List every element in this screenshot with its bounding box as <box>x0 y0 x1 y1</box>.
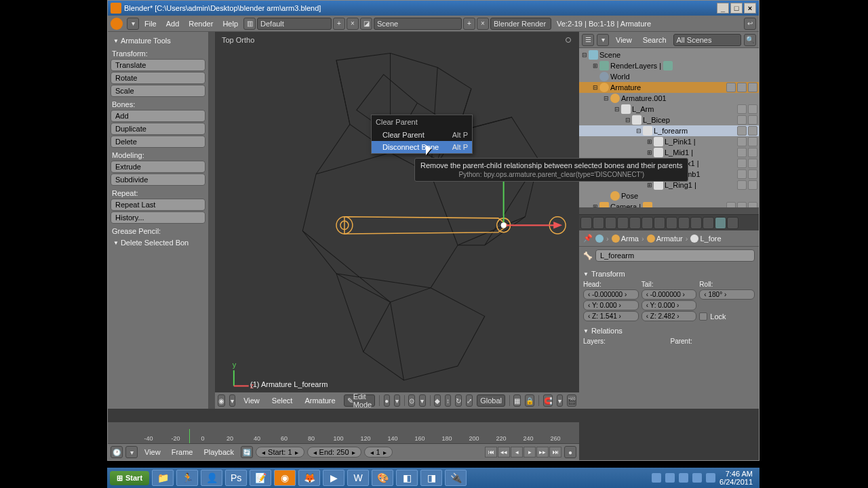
outliner-scene[interactable]: ⊟Scene <box>579 49 759 60</box>
visibility-icon[interactable] <box>726 83 736 92</box>
menu-render[interactable]: Render <box>184 18 217 29</box>
delete-selected-bone-header[interactable]: Delete Selected Bon <box>111 237 205 249</box>
task-media-icon[interactable]: ▶ <box>323 470 344 486</box>
extrude-button[interactable]: Extrude <box>111 161 205 173</box>
timeline-frame-menu[interactable]: Frame <box>167 447 197 458</box>
scene-del-icon[interactable]: × <box>477 18 489 30</box>
task-blender-icon[interactable]: ◉ <box>274 470 296 486</box>
next-keyframe-icon[interactable]: ▸▸ <box>536 447 549 458</box>
lock-camera-icon[interactable]: 🔒 <box>525 394 534 407</box>
outliner-armature001[interactable]: ⊟Armature.001 <box>579 93 759 104</box>
clock[interactable]: 7:46 AM 6/24/2011 <box>719 470 753 486</box>
back-to-previous-icon[interactable]: ↩ <box>744 18 756 30</box>
menu-disconnect-bone[interactable]: Disconnect BoneAlt P <box>372 141 472 153</box>
start-button[interactable]: ⊞Start <box>110 471 149 485</box>
snap-type-icon[interactable]: ▾ <box>557 394 563 407</box>
play-reverse-icon[interactable]: ◂ <box>511 447 523 458</box>
bone-name-field[interactable] <box>595 249 755 262</box>
start-frame-field[interactable]: ◂ Start: 1 ▸ <box>256 447 304 458</box>
task-notepad-icon[interactable]: 📝 <box>250 470 271 486</box>
repeat-last-button[interactable]: Repeat Last <box>111 199 205 211</box>
tab-constraints-icon[interactable] <box>629 217 641 229</box>
search-icon[interactable]: 🔍 <box>744 34 756 46</box>
breadcrumb-arma[interactable]: Arma <box>612 235 639 243</box>
layout-del-icon[interactable]: × <box>347 18 359 30</box>
task-firefox-icon[interactable]: 🦊 <box>298 470 320 486</box>
manipulator-toggle-icon[interactable]: ◆ <box>434 394 441 407</box>
outliner-view-menu[interactable]: View <box>612 35 636 45</box>
current-frame-field[interactable]: ◂ 1 ▸ <box>364 447 393 458</box>
outliner-editor-icon[interactable]: ☰ <box>582 34 594 46</box>
jump-end-icon[interactable]: ⏭ <box>549 447 561 458</box>
pin-icon[interactable]: 📌 <box>583 234 593 243</box>
autokey-icon[interactable]: ● <box>564 446 576 458</box>
jump-start-icon[interactable]: ⏮ <box>485 447 497 458</box>
outliner-renderlayers[interactable]: ⊞RenderLayers | <box>579 60 759 71</box>
timeline-playback-menu[interactable]: Playback <box>199 447 238 458</box>
pivot-dropdown-icon[interactable]: ▾ <box>419 394 425 407</box>
tab-physics-icon[interactable] <box>703 217 714 229</box>
roll-field[interactable]: ‹ 180° › <box>699 289 755 300</box>
tail-y-field[interactable]: ‹ Y: 0.000 › <box>642 300 697 310</box>
scale-button[interactable]: Scale <box>111 85 205 97</box>
menu-add[interactable]: Add <box>162 18 184 29</box>
translate-manip-icon[interactable]: ↕ <box>445 394 451 407</box>
tab-texture-icon[interactable] <box>678 217 690 229</box>
task-unknown2-icon[interactable]: ◨ <box>420 470 442 486</box>
layers-icon[interactable]: ▦ <box>513 394 521 407</box>
titlebar[interactable]: Blender* [C:\Users\admin\Desktop\blender… <box>108 1 759 16</box>
outliner-display-dropdown[interactable]: All Scenes <box>673 34 741 46</box>
scene-browse-icon[interactable]: ◪ <box>360 18 372 30</box>
tab-bone-icon[interactable] <box>715 217 726 229</box>
scale-manip-icon[interactable]: ⤢ <box>466 394 473 407</box>
scene-add-icon[interactable]: + <box>463 18 475 30</box>
breadcrumb-lfore[interactable]: L_fore <box>690 235 721 243</box>
history-button[interactable]: History... <box>111 211 205 224</box>
outliner-collapse-icon[interactable]: ▾ <box>597 34 609 46</box>
menu-help[interactable]: Help <box>218 18 242 29</box>
tab-world-icon[interactable] <box>605 217 616 229</box>
tab-object-icon[interactable] <box>617 217 629 229</box>
tool-shelf-scrollbar[interactable] <box>208 32 215 409</box>
tray-icon[interactable] <box>652 473 661 483</box>
editor-type-icon[interactable]: ◉ <box>218 394 225 407</box>
rotate-button[interactable]: Rotate <box>111 72 205 84</box>
task-explorer-icon[interactable]: 📁 <box>152 470 174 486</box>
rotate-manip-icon[interactable]: ↻ <box>455 394 462 407</box>
tray-icon[interactable] <box>692 473 702 483</box>
translate-button[interactable]: Translate <box>111 59 205 71</box>
vp-armature-menu[interactable]: Armature <box>300 395 339 406</box>
timeline-collapse-icon[interactable]: ▾ <box>125 446 138 458</box>
outliner-lbicep[interactable]: ⊟L_Bicep <box>579 115 759 125</box>
breadcrumb-scene[interactable] <box>595 235 604 243</box>
delete-button[interactable]: Delete <box>111 136 205 148</box>
outliner-larm[interactable]: ⊟L_Arm <box>579 104 759 115</box>
head-z-field[interactable]: ‹ Z: 1.541 › <box>583 311 639 321</box>
blender-logo-icon[interactable] <box>111 18 123 30</box>
timeline-view-menu[interactable]: View <box>140 447 165 458</box>
menu-file[interactable]: File <box>140 18 161 29</box>
duplicate-button[interactable]: Duplicate <box>111 123 205 135</box>
tab-scene-icon[interactable] <box>593 217 604 229</box>
sync-icon[interactable]: 🔄 <box>241 446 253 458</box>
minimize-button[interactable]: _ <box>717 3 729 14</box>
outliner-scrollbar[interactable] <box>579 207 759 214</box>
menu-clear-parent[interactable]: Clear ParentAlt P <box>372 129 472 141</box>
armature-tools-header[interactable]: Armature Tools <box>111 35 205 47</box>
play-icon[interactable]: ▸ <box>524 447 536 458</box>
outliner-camera[interactable]: ⊞Camera | <box>579 201 759 207</box>
close-button[interactable]: × <box>744 3 756 14</box>
transform-section-header[interactable]: Transform <box>583 267 755 281</box>
snap-icon[interactable]: 🧲 <box>543 394 553 407</box>
head-y-field[interactable]: ‹ Y: 0.000 › <box>583 300 639 310</box>
maximize-button[interactable]: □ <box>730 3 743 14</box>
render-preview-icon[interactable]: 🎬 <box>567 394 576 407</box>
outliner-lforearm[interactable]: ⊟L_forearm <box>579 125 759 136</box>
tail-x-field[interactable]: ‹ -0.000000 › <box>642 289 697 300</box>
system-tray[interactable]: 7:46 AM 6/24/2011 <box>652 470 757 486</box>
tab-particles-icon[interactable] <box>690 217 702 229</box>
task-unknown1-icon[interactable]: ◧ <box>396 470 418 486</box>
tab-material-icon[interactable] <box>666 217 677 229</box>
task-running-icon[interactable]: 🏃 <box>176 470 198 486</box>
splitlayout-icon[interactable]: ▥ <box>243 18 256 30</box>
